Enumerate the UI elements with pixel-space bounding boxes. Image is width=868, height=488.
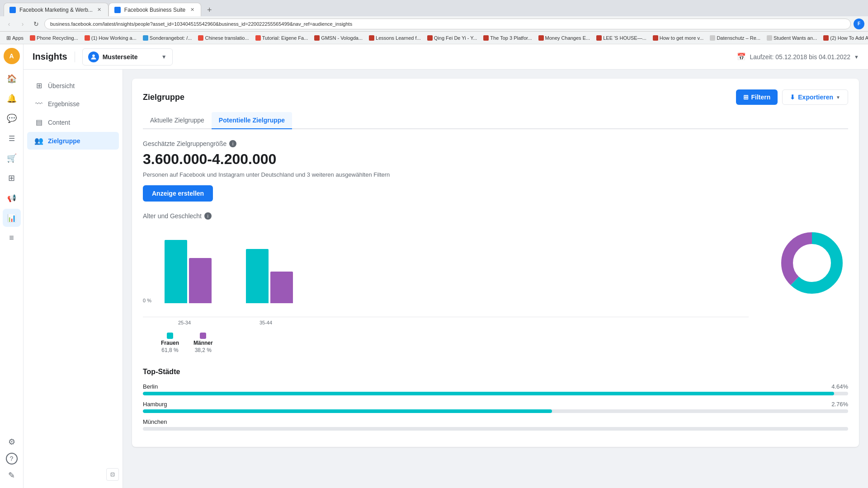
- sidebar-item-uebersicht[interactable]: ⊞ Übersicht: [27, 77, 119, 94]
- city-name-muenchen: München: [143, 418, 167, 425]
- tab-aktuelle-label: Aktuelle Zielgruppe: [150, 117, 204, 124]
- app-container: A 🏠 🔔 💬 ☰ 🛒 ⊞ 📢 📊 ≡ ⚙ ? ✎ Insights Muste…: [0, 44, 868, 488]
- nav-logo[interactable]: A: [4, 48, 20, 64]
- bookmark-item[interactable]: Datenschutz – Re...: [707, 34, 763, 42]
- top-header: Insights Musterseite ▼ 📅 Laufzeit: 05.12…: [24, 44, 868, 70]
- browser-tab-2[interactable]: Facebook Business Suite ✕: [108, 3, 201, 16]
- bookmark-item[interactable]: (2) How To Add A...: [821, 34, 868, 42]
- browser-toolbar: ‹ › ↻ business.facebook.com/latest/insig…: [0, 16, 868, 32]
- page-selector[interactable]: Musterseite ▼: [82, 48, 173, 66]
- bar-frauen-35-44: [246, 249, 269, 303]
- nav-feedback-button[interactable]: ✎: [3, 466, 21, 484]
- tab1-favicon: [9, 7, 16, 13]
- nav-refresh-button[interactable]: ↻: [31, 19, 42, 29]
- stats-number: 3.600.000-4.200.000: [143, 151, 848, 168]
- header-divider: [75, 52, 75, 62]
- browser-profile[interactable]: F: [854, 19, 864, 29]
- svg-point-3: [794, 245, 830, 281]
- tab-potentielle[interactable]: Potentielle Zielgruppe: [212, 112, 292, 129]
- nav-megaphone-button[interactable]: 📢: [3, 189, 21, 207]
- tab-aktuelle[interactable]: Aktuelle Zielgruppe: [143, 112, 212, 129]
- apps-bookmark[interactable]: ⊞ Apps: [4, 34, 26, 42]
- x-label-35-44: 35-44: [242, 320, 289, 325]
- nav-help-button[interactable]: ?: [6, 453, 18, 465]
- ergebnisse-icon: 〰: [34, 100, 43, 108]
- export-button[interactable]: ⬇ Exportieren ▼: [782, 89, 848, 105]
- legend-frauen-color: [167, 333, 173, 339]
- bookmark-item[interactable]: Phone Recycling...: [27, 34, 81, 42]
- new-tab-button[interactable]: +: [203, 4, 216, 16]
- sidebar-item-content[interactable]: ▤ Content: [27, 113, 119, 131]
- calendar-icon: 📅: [737, 52, 746, 61]
- bookmark-item[interactable]: LEE 'S HOUSE—...: [594, 34, 649, 42]
- nav-forward-button[interactable]: ›: [17, 19, 28, 29]
- nav-settings-button[interactable]: ⚙: [3, 433, 21, 451]
- sidebar-collapse-button[interactable]: ⊡: [106, 468, 119, 481]
- bookmark-item[interactable]: GMSN - Vologda...: [311, 34, 365, 42]
- bar-group-25-34: [165, 240, 212, 303]
- chart-info-icon[interactable]: i: [204, 212, 212, 220]
- city-name-berlin: Berlin: [143, 383, 158, 390]
- export-chevron-icon: ▼: [836, 95, 840, 100]
- tab-potentielle-label: Potentielle Zielgruppe: [219, 117, 285, 124]
- bookmark-item[interactable]: Qing Fei De Yi - Y...: [425, 34, 480, 42]
- filter-button[interactable]: ⊞ Filtern: [736, 89, 778, 105]
- city-bar-bg-hamburg: [143, 409, 848, 413]
- bar-chart-section: 0 %: [143, 227, 749, 353]
- bar-x-labels: 25-34 35-44: [143, 320, 749, 325]
- bookmark-item[interactable]: The Top 3 Platfor...: [481, 34, 534, 42]
- bookmark-item[interactable]: (1) How Working a...: [82, 34, 139, 42]
- bookmark-item[interactable]: Sonderangebot: /...: [140, 34, 195, 42]
- stats-section: Geschätzte Zielgruppengröße i 3.600.000-…: [143, 140, 848, 202]
- bookmark-item[interactable]: Student Wants an...: [764, 34, 820, 42]
- sidebar-item-zielgruppe[interactable]: 👥 Zielgruppe: [27, 132, 119, 150]
- create-ad-button[interactable]: Anzeige erstellen: [143, 185, 213, 202]
- bookmark-item[interactable]: Money Changes E...: [536, 34, 593, 42]
- tabs-container: Aktuelle Zielgruppe Potentielle Zielgrup…: [143, 112, 848, 129]
- address-bar[interactable]: business.facebook.com/latest/insights/pe…: [44, 19, 851, 29]
- tab2-title: Facebook Business Suite: [124, 7, 185, 13]
- nav-list-button[interactable]: ☰: [3, 129, 21, 147]
- x-label-25-34: 25-34: [161, 320, 208, 325]
- export-label: Exportieren: [798, 94, 833, 101]
- legend-frauen-pct: 61,8 %: [161, 347, 178, 353]
- page-selector-name: Musterseite: [103, 53, 158, 61]
- browser-tabs-bar: Facebook Marketing & Werb... ✕ Facebook …: [0, 0, 868, 16]
- browser-tab-1[interactable]: Facebook Marketing & Werb... ✕: [4, 3, 108, 16]
- chart-legend: Frauen 61,8 % Männer 38,2 %: [143, 333, 749, 353]
- tab1-title: Facebook Marketing & Werb...: [19, 7, 93, 13]
- main-content: Insights Musterseite ▼ 📅 Laufzeit: 05.12…: [24, 44, 868, 488]
- nav-back-button[interactable]: ‹: [4, 19, 14, 29]
- bookmark-item[interactable]: Chinese translatio...: [195, 34, 251, 42]
- stats-label-text: Geschätzte Zielgruppengröße: [143, 140, 226, 147]
- download-icon: ⬇: [790, 94, 795, 101]
- content-icon: ▤: [34, 118, 43, 127]
- chart-section: Alter und Geschlecht i 0 %: [143, 212, 848, 353]
- page-selector-icon: [88, 52, 99, 62]
- panel-card: Zielgruppe ⊞ Filtern ⬇ Exportieren ▼: [132, 79, 859, 447]
- city-row-header-hamburg: Hamburg 2.76%: [143, 401, 848, 408]
- bookmark-item[interactable]: Lessons Learned f...: [366, 34, 424, 42]
- sidebar-item-ergebnisse[interactable]: 〰 Ergebnisse: [27, 95, 119, 113]
- nav-chart-button[interactable]: 📊: [3, 209, 21, 227]
- nav-alert-button[interactable]: 🔔: [3, 89, 21, 108]
- bookmarks-bar: ⊞ Apps Phone Recycling... (1) How Workin…: [0, 32, 868, 44]
- city-row-hamburg: Hamburg 2.76%: [143, 401, 848, 413]
- nav-cart-button[interactable]: 🛒: [3, 149, 21, 167]
- chart-title-text: Alter und Geschlecht: [143, 212, 202, 220]
- tab2-close[interactable]: ✕: [189, 7, 195, 13]
- bookmark-item[interactable]: Tutorial: Eigene Fa...: [253, 34, 311, 42]
- city-bar-bg-berlin: [143, 392, 848, 395]
- tab1-close[interactable]: ✕: [96, 7, 103, 13]
- nav-grid-button[interactable]: ⊞: [3, 169, 21, 187]
- create-ad-label: Anzeige erstellen: [152, 190, 204, 197]
- donut-chart-svg: [776, 227, 848, 299]
- date-range-display[interactable]: 📅 Laufzeit: 05.12.2018 bis 04.01.2022 ▼: [737, 52, 859, 61]
- nav-chat-button[interactable]: 💬: [3, 109, 21, 127]
- bookmark-item[interactable]: How to get more v...: [650, 34, 707, 42]
- nav-home-button[interactable]: 🏠: [3, 70, 21, 88]
- nav-menu-button[interactable]: ≡: [3, 229, 21, 247]
- chart-title-row: Alter und Geschlecht i: [143, 212, 848, 220]
- svg-point-0: [92, 54, 95, 57]
- stats-info-icon[interactable]: i: [229, 140, 236, 147]
